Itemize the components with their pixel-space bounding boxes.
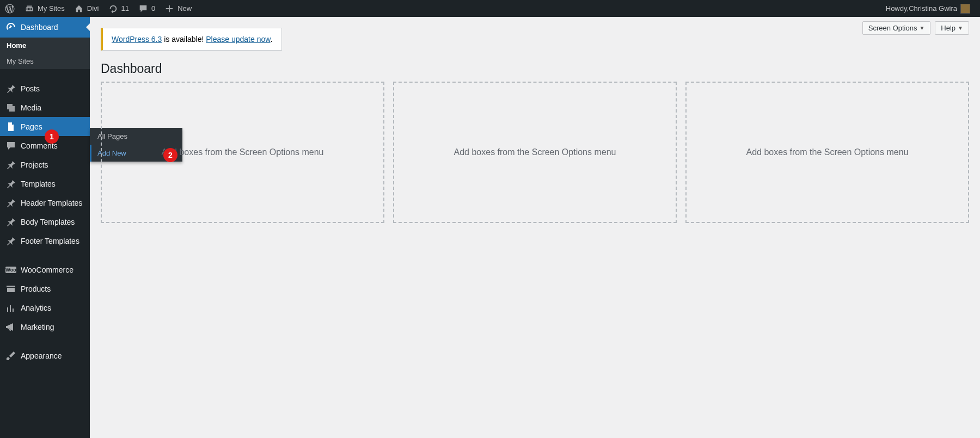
submenu-home[interactable]: Home: [0, 38, 90, 53]
my-sites-link[interactable]: My Sites: [20, 0, 69, 17]
menu-analytics[interactable]: Analytics: [0, 298, 90, 317]
dashboard-icon: [5, 22, 16, 33]
site-name-label: Divi: [87, 4, 99, 13]
wp-logo[interactable]: [0, 0, 20, 17]
page-title: Dashboard: [101, 61, 969, 76]
pin-icon: [5, 178, 16, 189]
pin-icon: [5, 83, 16, 94]
menu-appearance[interactable]: Appearance: [0, 346, 90, 365]
comment-icon: [138, 3, 149, 14]
dashboard-placeholder-2: Add boxes from the Screen Options menu: [393, 82, 677, 223]
updates-count: 11: [121, 4, 129, 13]
network-icon: [24, 3, 35, 14]
my-sites-label: My Sites: [38, 4, 65, 13]
menu-dashboard-sub: Home My Sites: [0, 38, 90, 69]
comments-count: 0: [151, 4, 155, 13]
dashboard-placeholder-1: Add boxes from the Screen Options menu: [101, 82, 384, 223]
placeholder-text: Add boxes from the Screen Options menu: [454, 147, 616, 157]
pin-icon: [5, 198, 16, 208]
site-name-link[interactable]: Divi: [69, 0, 103, 17]
menu-templates-label: Templates: [21, 180, 56, 188]
top-actions: Screen Options ▼ Help ▼: [862, 21, 969, 35]
menu-dashboard-label: Dashboard: [21, 23, 58, 32]
media-icon: [5, 102, 16, 113]
dropdown-icon: ▼: [958, 25, 963, 31]
annotation-badge-1: 1: [45, 129, 59, 144]
new-content-link[interactable]: New: [160, 0, 196, 17]
notice-tail: .: [271, 35, 273, 44]
menu-projects[interactable]: Projects: [0, 155, 90, 174]
notice-mid-text: is available!: [162, 35, 206, 44]
screen-options-button[interactable]: Screen Options ▼: [862, 21, 931, 35]
howdy-username: Christina Gwira: [909, 4, 957, 13]
admin-bar: My Sites Divi 11 0 New: [0, 0, 980, 17]
menu-body-templates[interactable]: Body Templates: [0, 212, 90, 231]
menu-woocommerce[interactable]: Woo WooCommerce: [0, 260, 90, 279]
screen-options-label: Screen Options: [868, 24, 917, 32]
updates-link[interactable]: 11: [103, 0, 133, 17]
megaphone-icon: [5, 322, 16, 332]
comments-link[interactable]: 0: [133, 0, 160, 17]
dropdown-icon: ▼: [919, 25, 924, 31]
brush-icon: [5, 350, 16, 361]
wordpress-icon: [4, 3, 15, 14]
menu-footer-templates[interactable]: Footer Templates: [0, 231, 90, 250]
menu-separator: [0, 69, 90, 79]
submenu-my-sites[interactable]: My Sites: [0, 53, 90, 69]
archive-icon: [5, 283, 16, 294]
pin-icon: [5, 159, 16, 170]
menu-separator: [0, 250, 90, 260]
menu-posts[interactable]: Posts: [0, 79, 90, 98]
menu-projects-label: Projects: [21, 161, 48, 169]
menu-dashboard[interactable]: Dashboard: [0, 17, 90, 38]
menu-marketing[interactable]: Marketing: [0, 317, 90, 336]
woocommerce-icon: Woo: [5, 267, 16, 273]
menu-media[interactable]: Media: [0, 98, 90, 117]
page-icon: [5, 121, 16, 132]
pin-icon: [5, 236, 16, 246]
refresh-icon: [108, 3, 119, 14]
howdy-link[interactable]: Howdy, Christina Gwira: [881, 0, 975, 17]
content-area: Screen Options ▼ Help ▼ WordPress 6.3 is…: [90, 17, 980, 438]
home-icon: [74, 3, 84, 14]
menu-woocommerce-label: WooCommerce: [21, 266, 74, 274]
menu-body-templates-label: Body Templates: [21, 218, 75, 226]
comments-icon: [5, 140, 16, 151]
menu-header-templates-label: Header Templates: [21, 199, 82, 207]
menu-pages-label: Pages: [21, 122, 42, 131]
placeholder-text: Add boxes from the Screen Options menu: [746, 147, 909, 157]
howdy-prefix: Howdy,: [886, 4, 909, 13]
menu-separator: [0, 336, 90, 346]
admin-bar-right: Howdy, Christina Gwira: [881, 0, 980, 17]
menu-marketing-label: Marketing: [21, 323, 54, 331]
new-label: New: [177, 4, 192, 13]
help-button[interactable]: Help ▼: [935, 21, 969, 35]
menu-header-templates[interactable]: Header Templates: [0, 193, 90, 212]
admin-bar-left: My Sites Divi 11 0 New: [0, 0, 196, 17]
plus-icon: [164, 3, 175, 14]
placeholder-text: Add boxes from the Screen Options menu: [162, 147, 324, 157]
menu-products[interactable]: Products: [0, 279, 90, 298]
dashboard-placeholder-3: Add boxes from the Screen Options menu: [685, 82, 969, 223]
admin-sidebar: Dashboard Home My Sites Posts Media Page…: [0, 17, 90, 438]
menu-templates[interactable]: Templates: [0, 174, 90, 193]
notice-update-link[interactable]: Please update now: [206, 35, 270, 44]
menu-appearance-label: Appearance: [21, 351, 62, 360]
annotation-badge-2: 2: [163, 148, 177, 162]
menu-products-label: Products: [21, 285, 51, 293]
avatar: [960, 4, 970, 14]
update-notice: WordPress 6.3 is available! Please updat…: [101, 28, 282, 51]
notice-wp-version-link[interactable]: WordPress 6.3: [112, 35, 162, 44]
menu-media-label: Media: [21, 103, 41, 112]
chart-icon: [5, 303, 16, 313]
dashboard-widgets-grid: Add boxes from the Screen Options menu A…: [101, 82, 969, 223]
menu-footer-templates-label: Footer Templates: [21, 237, 79, 245]
menu-posts-label: Posts: [21, 84, 40, 93]
menu-analytics-label: Analytics: [21, 304, 51, 312]
help-label: Help: [941, 24, 955, 32]
pin-icon: [5, 217, 16, 227]
